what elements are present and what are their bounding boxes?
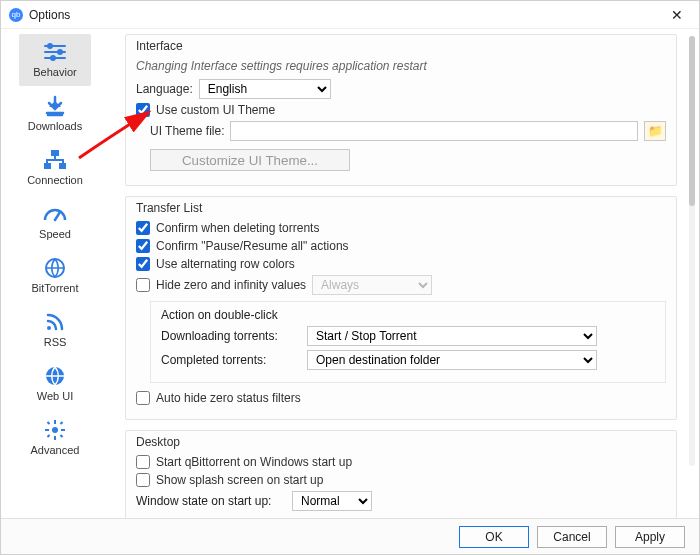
folder-icon: 📁 (648, 124, 663, 138)
gear-icon (41, 418, 69, 442)
alt-row-colors-checkbox[interactable] (136, 257, 150, 271)
settings-panel: Interface Changing Interface settings re… (95, 30, 685, 518)
start-on-windows-checkbox[interactable] (136, 455, 150, 469)
auto-hide-status-label: Auto hide zero status filters (156, 391, 301, 405)
category-sidebar: Behavior Downloads Connection Speed BitT… (1, 30, 95, 518)
window-title: Options (29, 8, 70, 22)
svg-rect-16 (45, 429, 49, 431)
sidebar-item-behavior[interactable]: Behavior (19, 34, 91, 86)
downloading-dblclick-label: Downloading torrents: (161, 329, 301, 343)
sidebar-item-label: RSS (44, 336, 67, 348)
svg-point-13 (52, 427, 58, 433)
group-legend: Desktop (136, 435, 666, 449)
svg-point-4 (58, 50, 62, 54)
confirm-pause-checkbox[interactable] (136, 239, 150, 253)
network-icon (41, 148, 69, 172)
download-icon (41, 94, 69, 118)
svg-line-9 (55, 212, 60, 220)
svg-rect-8 (59, 163, 66, 169)
alt-row-colors-label: Use alternating row colors (156, 257, 295, 271)
completed-dblclick-select[interactable]: Open destination folder (307, 350, 597, 370)
sidebar-item-label: BitTorrent (31, 282, 78, 294)
confirm-pause-label: Confirm "Pause/Resume all" actions (156, 239, 349, 253)
svg-rect-19 (60, 434, 64, 438)
sidebar-item-label: Speed (39, 228, 71, 240)
language-select[interactable]: English (199, 79, 331, 99)
start-on-windows-label: Start qBittorrent on Windows start up (156, 455, 352, 469)
options-dialog: qb Options ✕ Behavior Downloads Connecti… (0, 0, 700, 555)
sidebar-item-speed[interactable]: Speed (19, 196, 91, 248)
svg-rect-17 (61, 429, 65, 431)
svg-rect-20 (60, 421, 64, 425)
cancel-button[interactable]: Cancel (537, 526, 607, 548)
splash-label: Show splash screen on start up (156, 473, 323, 487)
sidebar-item-label: Downloads (28, 120, 82, 132)
completed-dblclick-label: Completed torrents: (161, 353, 301, 367)
confirm-delete-checkbox[interactable] (136, 221, 150, 235)
group-legend: Transfer List (136, 201, 666, 215)
svg-rect-14 (54, 420, 56, 424)
theme-file-label: UI Theme file: (150, 124, 224, 138)
restart-hint: Changing Interface settings requires app… (136, 59, 666, 73)
hide-zero-checkbox[interactable] (136, 278, 150, 292)
svg-point-5 (51, 56, 55, 60)
language-label: Language: (136, 82, 193, 96)
svg-rect-15 (54, 436, 56, 440)
svg-point-11 (47, 326, 51, 330)
sidebar-item-rss[interactable]: RSS (19, 304, 91, 356)
window-state-select[interactable]: Normal (292, 491, 372, 511)
globe-solid-icon (41, 364, 69, 388)
sidebar-item-label: Behavior (33, 66, 76, 78)
sidebar-item-downloads[interactable]: Downloads (19, 88, 91, 140)
sidebar-item-webui[interactable]: Web UI (19, 358, 91, 410)
svg-rect-7 (44, 163, 51, 169)
dblclick-legend: Action on double-click (161, 308, 655, 322)
sidebar-item-label: Web UI (37, 390, 73, 402)
scrollbar-thumb[interactable] (689, 36, 695, 206)
apply-button[interactable]: Apply (615, 526, 685, 548)
auto-hide-status-checkbox[interactable] (136, 391, 150, 405)
use-custom-theme-label: Use custom UI Theme (156, 103, 275, 117)
group-desktop: Desktop Start qBittorrent on Windows sta… (125, 430, 677, 518)
titlebar: qb Options ✕ (1, 1, 699, 29)
sidebar-item-advanced[interactable]: Advanced (19, 412, 91, 464)
downloading-dblclick-select[interactable]: Start / Stop Torrent (307, 326, 597, 346)
rss-icon (41, 310, 69, 334)
svg-point-3 (48, 44, 52, 48)
confirm-delete-label: Confirm when deleting torrents (156, 221, 319, 235)
hide-zero-label: Hide zero and infinity values (156, 278, 306, 292)
sidebar-item-label: Connection (27, 174, 83, 186)
group-legend: Interface (136, 39, 666, 53)
gauge-icon (41, 202, 69, 226)
window-state-label: Window state on start up: (136, 494, 286, 508)
svg-rect-6 (51, 150, 59, 156)
customize-theme-button[interactable]: Customize UI Theme... (150, 149, 350, 171)
sidebar-item-connection[interactable]: Connection (19, 142, 91, 194)
sidebar-item-bittorrent[interactable]: BitTorrent (19, 250, 91, 302)
globe-icon (41, 256, 69, 280)
hide-zero-mode-select[interactable]: Always (312, 275, 432, 295)
svg-rect-18 (47, 421, 51, 425)
group-transfer-list: Transfer List Confirm when deleting torr… (125, 196, 677, 420)
close-icon[interactable]: ✕ (663, 7, 691, 23)
browse-theme-button[interactable]: 📁 (644, 121, 666, 141)
splash-checkbox[interactable] (136, 473, 150, 487)
ok-button[interactable]: OK (459, 526, 529, 548)
svg-rect-21 (47, 434, 51, 438)
app-icon: qb (9, 8, 23, 22)
use-custom-theme-checkbox[interactable] (136, 103, 150, 117)
sidebar-item-label: Advanced (31, 444, 80, 456)
content-scrollbar[interactable] (689, 36, 695, 466)
theme-file-input[interactable] (230, 121, 638, 141)
sliders-icon (41, 40, 69, 64)
group-interface: Interface Changing Interface settings re… (125, 34, 677, 186)
dialog-footer: OK Cancel Apply (1, 518, 699, 554)
